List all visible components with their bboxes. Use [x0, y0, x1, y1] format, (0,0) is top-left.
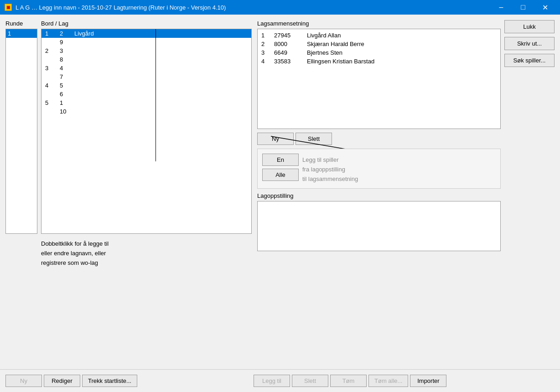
bord-lag-item-8[interactable]: 5 1 [41, 98, 251, 107]
skriv-ut-button[interactable]: Skriv ut... [504, 37, 555, 50]
bord-lag-item-1[interactable]: 9 [41, 38, 251, 46]
bottom-bar: Ny Rediger Trekk startliste... Legg til … [0, 369, 560, 392]
bord-lag-item-9[interactable]: 10 [41, 107, 251, 116]
ny-slett-container: Ny Slett Klikk for å registrere spillere… [257, 133, 501, 145]
lag-row-2[interactable]: 3 6649 Bjertnes Sten [259, 48, 498, 57]
lukk-button[interactable]: Lukk [504, 20, 555, 33]
lagoppstilling-list[interactable] [257, 201, 501, 251]
right-sidebar: Lukk Skriv ut... Søk spiller... [504, 20, 555, 268]
legg-til-bottom-button[interactable]: Legg til [254, 375, 290, 387]
bord-lag-item-3[interactable]: 8 [41, 55, 251, 64]
right-main: Lagsammensetning 1 27945 Livgård Allan 2… [257, 20, 501, 268]
importer-button[interactable]: Importer [410, 375, 446, 387]
tom-button[interactable]: Tøm [330, 375, 367, 387]
title-bar-left: ▣ L A G … Legg inn navn - 2015-10-27 Lag… [5, 4, 226, 11]
bord-lag-list[interactable]: 1 2 Livgård 9 2 3 [41, 29, 252, 234]
lagoppstilling-section: Lagoppstilling [257, 192, 501, 268]
alle-button[interactable]: Alle [262, 169, 299, 181]
lag-row-0[interactable]: 1 27945 Livgård Allan [259, 31, 498, 40]
slett-bottom-button[interactable]: Slett [292, 375, 328, 387]
bord-lag-section: Bord / Lag 1 2 Livgård 9 2 3 [41, 20, 252, 268]
reg-section: En Alle Legg til spiller fra lagoppstill… [257, 149, 501, 189]
window-controls: – □ ✕ [491, 2, 555, 13]
ny-slett-row: Ny Slett [257, 133, 501, 145]
slett-lag-button[interactable]: Slett [296, 133, 332, 145]
left-lists: Runde 1 Bord / Lag 1 2 Livgård 9 [5, 20, 252, 268]
runde-item-1[interactable]: 1 [6, 29, 37, 38]
bord-lag-item-4[interactable]: 3 4 [41, 64, 251, 72]
bord-lag-item-2[interactable]: 2 3 [41, 46, 251, 55]
name-col: Livgård [74, 30, 248, 37]
lagsammensetning-label: Lagsammensetning [257, 20, 501, 27]
main-content: Runde 1 Bord / Lag 1 2 Livgård 9 [0, 15, 560, 268]
lag-row-1[interactable]: 2 8000 Skjæran Harald Berre [259, 40, 498, 48]
close-button[interactable]: ✕ [534, 2, 555, 13]
reg-buttons: En Alle [262, 154, 299, 181]
trekk-startliste-button[interactable]: Trekk startliste... [82, 375, 137, 387]
bord-lag-item-5[interactable]: 7 [41, 72, 251, 81]
bord-lag-item-6[interactable]: 4 5 [41, 81, 251, 90]
hint-text: Dobbeltklikk for å legge til eller endre… [41, 239, 252, 268]
runde-list[interactable]: 1 [5, 29, 37, 234]
right-column: Lagsammensetning 1 27945 Livgård Allan 2… [257, 20, 555, 268]
runde-section: Runde 1 [5, 20, 37, 268]
vertical-divider [156, 29, 156, 161]
ny-lag-button[interactable]: Ny [257, 133, 294, 145]
en-button[interactable]: En [262, 154, 299, 166]
sok-spiller-button[interactable]: Søk spiller... [504, 54, 555, 67]
window-title: L A G … Legg inn navn - 2015-10-27 Lagtu… [16, 4, 226, 11]
tom-alle-button[interactable]: Tøm alle... [368, 375, 408, 387]
bord-lag-item-0[interactable]: 1 2 Livgård [41, 29, 251, 38]
left-column: Runde 1 Bord / Lag 1 2 Livgård 9 [5, 20, 252, 268]
bottom-right-buttons: Legg til Slett Tøm Tøm alle... Importer [254, 375, 555, 387]
lag-col: 2 [60, 30, 69, 37]
minimize-button[interactable]: – [491, 2, 512, 13]
bottom-left-buttons: Ny Rediger Trekk startliste... [5, 375, 252, 387]
ny-bottom-button[interactable]: Ny [5, 375, 42, 387]
legg-til-text: Legg til spiller fra lagoppstilling til … [302, 154, 358, 184]
bord-col: 1 [45, 30, 54, 37]
bord-lag-label: Bord / Lag [41, 20, 252, 27]
lagsammensetning-list[interactable]: 1 27945 Livgård Allan 2 8000 Skjæran Har… [257, 29, 501, 129]
lagsammensetning-section: Lagsammensetning 1 27945 Livgård Allan 2… [257, 20, 501, 129]
bord-lag-item-7[interactable]: 6 [41, 90, 251, 98]
rediger-button[interactable]: Rediger [44, 375, 80, 387]
maximize-button[interactable]: □ [513, 2, 534, 13]
lag-row-3[interactable]: 4 33583 Ellingsen Kristian Barstad [259, 57, 498, 66]
lagoppstilling-label: Lagoppstilling [257, 192, 501, 199]
title-bar: ▣ L A G … Legg inn navn - 2015-10-27 Lag… [0, 0, 560, 15]
runde-label: Runde [5, 20, 37, 27]
app-icon: ▣ [5, 4, 12, 11]
